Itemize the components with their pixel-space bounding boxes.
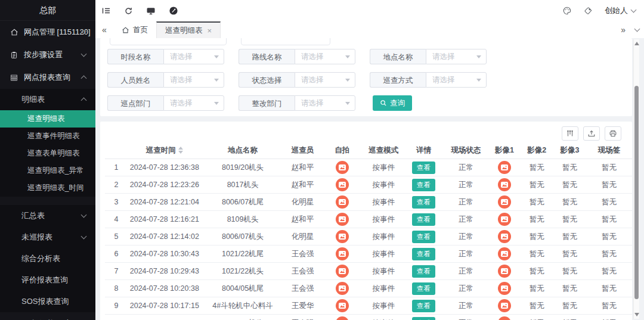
filter-select[interactable]: 请选择 bbox=[163, 72, 224, 88]
filter-select[interactable]: 请选择 bbox=[295, 95, 355, 111]
view-detail-button[interactable]: 查看 bbox=[412, 317, 435, 320]
sidebar-item[interactable]: SOS报表查询 bbox=[0, 291, 95, 312]
sort-icon[interactable] bbox=[178, 147, 183, 154]
tabs-menu-icon[interactable] bbox=[634, 26, 640, 32]
selfie-photo-icon[interactable] bbox=[336, 316, 349, 320]
inspector-name: 王会强 bbox=[284, 263, 321, 280]
tabs-scroll-left[interactable]: « bbox=[95, 25, 113, 35]
view-detail-button[interactable]: 查看 bbox=[412, 161, 435, 174]
sidebar-item[interactable]: 汇总表 bbox=[0, 205, 95, 226]
image1-photo-icon[interactable] bbox=[498, 316, 511, 320]
monitor-icon[interactable] bbox=[146, 6, 156, 15]
filter-group: 地点名称请选择 bbox=[370, 49, 487, 64]
filter-panel: 时段名称请选择路线名称请选择地点名称请选择人员姓名请选择状态选择请选择巡查方式请… bbox=[100, 38, 632, 116]
selfie-photo-icon[interactable] bbox=[336, 178, 349, 191]
search-button[interactable]: 查询 bbox=[373, 95, 412, 111]
filter-select[interactable]: 请选择 bbox=[163, 95, 224, 111]
image1-photo-icon[interactable] bbox=[498, 230, 511, 243]
selfie-photo-icon[interactable] bbox=[336, 299, 349, 312]
image1-photo-icon[interactable] bbox=[498, 265, 511, 278]
filter-group: 巡查方式请选择 bbox=[370, 72, 487, 88]
scrollbar-thumb[interactable] bbox=[634, 86, 639, 299]
tag-icon[interactable] bbox=[584, 7, 593, 15]
tab-home[interactable]: 首页 bbox=[113, 21, 156, 38]
org-title: 总部 bbox=[0, 0, 95, 21]
sidebar-item[interactable]: 评价报表查询 bbox=[0, 269, 95, 291]
site-status: 正常 bbox=[443, 159, 488, 176]
site-sign: 暂无 bbox=[586, 211, 632, 228]
sidebar-item[interactable]: 巡查事件明细表 bbox=[0, 128, 95, 145]
column-header: 巡查模式 bbox=[363, 142, 404, 159]
refresh-icon[interactable] bbox=[124, 7, 133, 15]
tabs-scroll-right[interactable]: » bbox=[621, 25, 626, 35]
sidebar-item[interactable]: 网点管理 [1151120] bbox=[0, 21, 95, 44]
selfie-photo-icon[interactable] bbox=[336, 213, 349, 226]
date-input-partial[interactable] bbox=[110, 38, 227, 45]
scroll-down-icon[interactable] bbox=[634, 313, 639, 316]
filter-select[interactable]: 请选择 bbox=[426, 49, 487, 64]
scroll-up-icon[interactable] bbox=[634, 42, 639, 45]
image1-photo-icon[interactable] bbox=[498, 161, 511, 174]
compass-icon[interactable] bbox=[169, 6, 178, 15]
table-panel: 巡查时间地点名称巡查员自拍巡查模式详情现场状态影像1影像2影像3现场签 1202… bbox=[100, 122, 632, 320]
image1-photo-icon[interactable] bbox=[498, 195, 511, 209]
selfie-photo-icon[interactable] bbox=[336, 282, 349, 295]
sidebar-item[interactable]: 巡查明细表_异常 bbox=[0, 162, 95, 179]
view-detail-button[interactable]: 查看 bbox=[412, 282, 435, 295]
image1-photo-icon[interactable] bbox=[498, 282, 511, 295]
cell: 查看 bbox=[404, 176, 444, 194]
image1-photo-icon[interactable] bbox=[498, 178, 511, 191]
sidebar-item[interactable]: 巡查明细表 bbox=[0, 110, 95, 128]
user-menu[interactable]: 创始人 bbox=[605, 5, 636, 16]
view-detail-button[interactable]: 查看 bbox=[412, 231, 435, 243]
tab-patrol-detail[interactable]: 巡查明细表 × bbox=[156, 21, 221, 38]
image1-photo-icon[interactable] bbox=[498, 247, 511, 260]
view-detail-button[interactable]: 查看 bbox=[412, 300, 435, 312]
vertical-scrollbar[interactable] bbox=[633, 39, 639, 319]
selfie-photo-icon[interactable] bbox=[336, 265, 349, 278]
close-icon[interactable]: × bbox=[208, 26, 212, 35]
column-header: 巡查员 bbox=[284, 142, 321, 159]
sidebar-item[interactable]: 巡查明细表_时间 bbox=[0, 179, 95, 197]
site-sign: 暂无 bbox=[586, 176, 632, 194]
sidebar-item[interactable]: 未巡报表 bbox=[0, 226, 95, 248]
sidebar-item-label: 综合分析表 bbox=[21, 253, 95, 264]
cell bbox=[321, 297, 363, 315]
view-detail-button[interactable]: 查看 bbox=[412, 196, 435, 209]
filter-select[interactable]: 请选择 bbox=[426, 72, 487, 88]
collapse-menu-icon[interactable] bbox=[101, 6, 111, 15]
selfie-photo-icon[interactable] bbox=[336, 230, 349, 243]
sidebar-item[interactable]: 明细表 bbox=[0, 89, 95, 110]
selfie-photo-icon[interactable] bbox=[336, 161, 349, 174]
filter-select[interactable]: 请选择 bbox=[295, 72, 355, 88]
date-input-partial[interactable] bbox=[241, 38, 330, 45]
palette-icon[interactable] bbox=[562, 6, 572, 15]
image1-photo-icon[interactable] bbox=[498, 299, 511, 312]
table-row: 72024-07-28 10:29:431021/22机头王会强按事件查看正常暂… bbox=[105, 263, 632, 280]
column-header: 巡查时间 bbox=[128, 142, 201, 159]
tabbar: « 首页 巡查明细表 × » bbox=[95, 21, 644, 39]
sidebar-item[interactable]: 巡查表单明细表 bbox=[0, 145, 95, 162]
image1-photo-icon[interactable] bbox=[498, 213, 511, 226]
sidebar-item[interactable]: 按步骤设置 bbox=[0, 44, 95, 66]
filter-select[interactable]: 请选择 bbox=[295, 49, 355, 64]
view-detail-button[interactable]: 查看 bbox=[412, 179, 435, 191]
sidebar-item[interactable]: 综合分析表 bbox=[0, 248, 95, 269]
column-header: 自拍 bbox=[321, 142, 363, 159]
view-detail-button[interactable]: 查看 bbox=[412, 248, 435, 260]
print-icon[interactable] bbox=[605, 126, 621, 141]
export-icon[interactable] bbox=[583, 126, 600, 141]
cell bbox=[488, 315, 520, 320]
view-detail-button[interactable]: 查看 bbox=[412, 265, 435, 278]
filter-select[interactable]: 请选择 bbox=[163, 49, 224, 64]
chevron-down-icon bbox=[214, 79, 219, 82]
selfie-photo-icon[interactable] bbox=[336, 247, 349, 260]
grid-icon bbox=[10, 74, 19, 82]
sidebar-item[interactable]: 现场智能跟踪 bbox=[0, 312, 95, 320]
view-detail-button[interactable]: 查看 bbox=[412, 213, 435, 226]
sidebar-item[interactable]: 网点报表查询 bbox=[0, 66, 95, 89]
column-settings-icon[interactable] bbox=[562, 126, 578, 141]
selfie-photo-icon[interactable] bbox=[336, 195, 349, 209]
image2: 暂无 bbox=[521, 280, 553, 297]
tab-label: 巡查明细表 bbox=[165, 26, 203, 36]
